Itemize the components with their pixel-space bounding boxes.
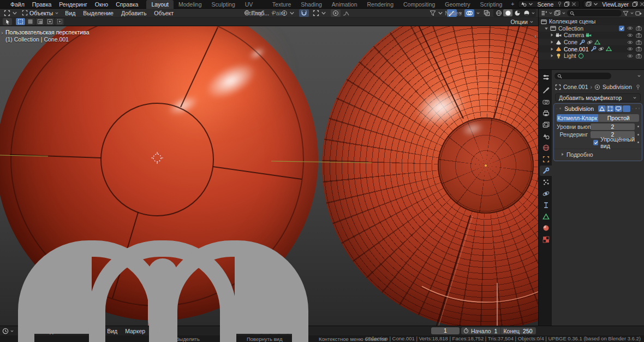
disable-render-camera-icon[interactable] (636, 46, 642, 52)
pin-icon[interactable] (635, 84, 641, 90)
shading-material-button[interactable] (512, 9, 522, 16)
workspace-tab-rendering[interactable]: Rendering (362, 0, 398, 9)
falloff-curve-icon[interactable] (343, 10, 349, 16)
current-frame-field[interactable]: 1 (431, 327, 460, 334)
end-frame-field[interactable]: 250 (522, 328, 534, 334)
tab-object-data[interactable] (540, 211, 552, 222)
disclosure-closed-icon[interactable] (550, 54, 554, 58)
overlays-toggle[interactable] (464, 9, 474, 17)
hide-eye-icon[interactable] (627, 46, 633, 52)
timeline-editor-icon[interactable] (2, 328, 9, 334)
menu-help[interactable]: Справка (112, 0, 142, 9)
workspace-tab-geometry-nodes[interactable]: Geometry Nodes (440, 0, 475, 9)
scene-selector[interactable]: Scene (518, 1, 580, 8)
select-mode-set-button[interactable] (16, 18, 25, 25)
disable-render-camera-icon[interactable] (636, 39, 642, 45)
remove-modifier-icon[interactable] (635, 106, 637, 111)
animate-dot-icon[interactable] (637, 126, 639, 127)
workspace-tab-layout[interactable]: Layout (146, 0, 174, 9)
hide-eye-icon[interactable] (627, 32, 633, 38)
active-tool-button[interactable] (3, 18, 12, 25)
breadcrumb-object-name[interactable]: Cone.001 (563, 84, 588, 90)
disable-render-camera-icon[interactable] (636, 25, 642, 31)
outliner-search-input[interactable] (567, 10, 622, 16)
tab-object[interactable] (540, 154, 552, 164)
workspace-tab-uv-editing[interactable]: UV Editing (240, 0, 267, 9)
menu-file[interactable]: Файл (7, 0, 28, 9)
advanced-subpanel[interactable]: Подробно (554, 149, 642, 159)
toggle-edit-mode[interactable] (606, 105, 614, 112)
filter-icon[interactable] (623, 10, 629, 16)
toolbar-expand-icon[interactable]: › (1, 30, 3, 36)
new-collection-icon[interactable] (635, 10, 642, 16)
menu-render[interactable]: Рендеринг (55, 0, 91, 9)
proportional-editing-toggle[interactable] (331, 9, 341, 17)
drag-handle-icon[interactable] (639, 105, 640, 111)
workspace-tab-animation[interactable]: Animation (327, 0, 362, 9)
tab-output[interactable] (540, 108, 552, 119)
menu-select[interactable]: Выделение (79, 9, 117, 17)
menu-object[interactable]: Объект (150, 9, 177, 17)
shading-solid-button[interactable] (503, 9, 512, 16)
tab-modifiers[interactable] (540, 166, 552, 176)
chevron-down-icon[interactable] (531, 11, 535, 15)
outliner-filter-image-icon[interactable] (554, 10, 560, 16)
outliner-row-collection[interactable]: Collection (539, 25, 644, 32)
menu-edit[interactable]: Правка (28, 0, 55, 9)
tab-tool[interactable] (540, 85, 552, 96)
optimal-display-checkbox[interactable] (593, 140, 598, 145)
editor-type-button[interactable] (540, 72, 552, 82)
select-mode-subtract-button[interactable] (35, 18, 45, 25)
view-layer-selector[interactable]: ViewLayer (583, 1, 644, 8)
new-view-layer-icon[interactable] (632, 1, 638, 7)
workspace-tab-scripting[interactable]: Scripting (475, 0, 507, 9)
pin-scene-icon[interactable] (557, 1, 563, 7)
outliner-row-cone001[interactable]: Cone.001 (539, 45, 644, 52)
workspace-tab-texture-paint[interactable]: Texture Paint (267, 0, 296, 9)
workspace-tab-shading[interactable]: Shading (296, 0, 327, 9)
disable-render-camera-icon[interactable] (636, 53, 642, 59)
workspace-tab-sculpting[interactable]: Sculpting (207, 0, 240, 9)
disclosure-closed-icon[interactable] (550, 40, 554, 44)
stopwatch-icon[interactable] (463, 328, 469, 334)
disclosure-closed-icon[interactable] (550, 33, 554, 37)
tab-material[interactable] (540, 223, 552, 233)
chevron-down-icon[interactable] (476, 11, 480, 15)
tab-view-layer[interactable] (540, 120, 552, 130)
workspace-tab-modeling[interactable]: Modeling (174, 0, 207, 9)
tab-physics[interactable] (540, 188, 552, 199)
select-mode-extend-button[interactable] (26, 18, 35, 25)
shading-wireframe-button[interactable] (494, 9, 503, 16)
shading-rendered-button[interactable] (522, 9, 531, 16)
object-breadcrumb-icon[interactable] (555, 84, 561, 90)
visibility-filter-button[interactable] (428, 9, 445, 17)
subdivision-type-simple[interactable]: Простой (598, 114, 640, 122)
add-workspace-button[interactable]: + (507, 0, 518, 9)
add-modifier-button[interactable]: Добавить модификатор (555, 93, 641, 102)
tab-particles[interactable] (540, 177, 552, 187)
options-dropdown[interactable]: Опции (510, 19, 535, 25)
new-scene-icon[interactable] (564, 1, 570, 7)
modifier-extras-icon[interactable] (632, 107, 634, 111)
collection-checkbox[interactable] (619, 26, 624, 31)
modifier-name[interactable]: Subdivision (563, 105, 595, 112)
toggle-render[interactable] (623, 105, 630, 112)
menu-view[interactable]: Вид (61, 9, 79, 17)
select-mode-intersect-button[interactable] (55, 18, 64, 25)
disclosure-closed-icon[interactable] (550, 47, 554, 51)
breadcrumb-modifier-name[interactable]: Subdivision (603, 84, 632, 90)
sidebar-expand-icon[interactable]: ‹ (534, 33, 536, 39)
menu-add[interactable]: Добавить (117, 9, 150, 17)
disable-render-camera-icon[interactable] (636, 32, 642, 38)
tab-world[interactable] (540, 143, 552, 153)
toggle-realtime[interactable] (615, 105, 622, 112)
tab-render[interactable] (540, 97, 552, 107)
animate-dot-icon[interactable] (637, 141, 639, 143)
outliner-row-cone[interactable]: Cone (539, 39, 644, 46)
start-frame-field[interactable]: 1 (493, 328, 499, 334)
delete-scene-icon[interactable] (571, 1, 577, 7)
disclosure-open-icon[interactable] (544, 26, 548, 31)
outliner-row-light[interactable]: Light (539, 52, 644, 60)
levels-viewport-field[interactable]: 2 (591, 123, 635, 131)
toggle-on-cage[interactable] (598, 105, 606, 112)
